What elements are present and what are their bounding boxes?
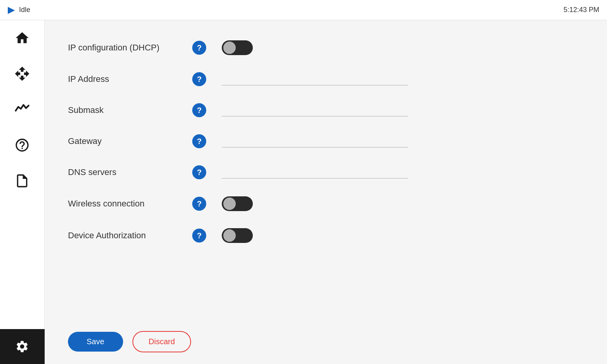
help-button-ip-config[interactable]: ? xyxy=(192,41,206,55)
toggle-thumb-wireless-connection xyxy=(223,198,236,210)
setting-label-gateway: Gateway xyxy=(68,136,192,146)
help-button-gateway[interactable]: ? xyxy=(192,134,206,148)
save-button[interactable]: Save xyxy=(68,332,123,352)
sidebar-item-analytics[interactable] xyxy=(12,99,32,120)
setting-label-device-authorization: Device Authorization xyxy=(68,231,192,241)
sidebar-item-tab[interactable] xyxy=(12,135,32,155)
content-area: IP configuration (DHCP)?IP Address?Subma… xyxy=(45,20,607,364)
setting-row-ip-config: IP configuration (DHCP)? xyxy=(68,32,584,64)
topbar: ▶ Idle 5:12:43 PM xyxy=(0,0,607,20)
setting-label-dns-servers: DNS servers xyxy=(68,167,192,177)
input-ip-address[interactable] xyxy=(222,73,408,85)
help-button-submask[interactable]: ? xyxy=(192,103,206,117)
setting-label-wireless-connection: Wireless connection xyxy=(68,199,192,209)
setting-control-dns-servers xyxy=(222,166,584,179)
setting-row-device-authorization: Device Authorization? xyxy=(68,220,584,251)
setting-label-ip-config: IP configuration (DHCP) xyxy=(68,43,192,53)
sidebar-item-move[interactable] xyxy=(12,64,32,84)
toggle-ip-config[interactable] xyxy=(222,40,253,55)
topbar-status: Idle xyxy=(19,6,30,14)
setting-row-ip-address: IP Address? xyxy=(68,64,584,95)
setting-label-ip-address: IP Address xyxy=(68,74,192,84)
input-dns-servers[interactable] xyxy=(222,166,408,179)
input-submask[interactable] xyxy=(222,104,408,116)
help-button-ip-address[interactable]: ? xyxy=(192,72,206,86)
setting-control-wireless-connection xyxy=(222,196,584,211)
setting-row-wireless-connection: Wireless connection? xyxy=(68,188,584,220)
help-button-device-authorization[interactable]: ? xyxy=(192,229,206,243)
help-button-dns-servers[interactable]: ? xyxy=(192,165,206,179)
setting-control-ip-config xyxy=(222,40,584,55)
settings-list: IP configuration (DHCP)?IP Address?Subma… xyxy=(68,32,584,322)
topbar-time: 5:12:43 PM xyxy=(564,6,599,14)
action-buttons: Save Discard xyxy=(68,322,584,352)
setting-row-gateway: Gateway? xyxy=(68,126,584,157)
toggle-thumb-ip-config xyxy=(223,42,236,54)
input-gateway[interactable] xyxy=(222,135,408,147)
sidebar-item-settings[interactable] xyxy=(0,329,45,364)
setting-control-device-authorization xyxy=(222,228,584,243)
sidebar xyxy=(0,20,45,364)
main-layout: IP configuration (DHCP)?IP Address?Subma… xyxy=(0,20,607,364)
discard-button[interactable]: Discard xyxy=(132,331,191,352)
toggle-wireless-connection[interactable] xyxy=(222,196,253,211)
sidebar-item-home[interactable] xyxy=(12,28,32,48)
help-button-wireless-connection[interactable]: ? xyxy=(192,197,206,211)
setting-control-gateway xyxy=(222,135,584,147)
setting-row-submask: Submask? xyxy=(68,95,584,126)
toggle-thumb-device-authorization xyxy=(223,229,236,242)
toggle-device-authorization[interactable] xyxy=(222,228,253,243)
topbar-arrow-icon: ▶ xyxy=(8,5,14,15)
topbar-left: ▶ Idle xyxy=(8,5,30,15)
setting-label-submask: Submask xyxy=(68,105,192,115)
setting-control-submask xyxy=(222,104,584,116)
setting-row-dns-servers: DNS servers? xyxy=(68,157,584,188)
sidebar-item-file[interactable] xyxy=(12,171,32,191)
setting-control-ip-address xyxy=(222,73,584,85)
